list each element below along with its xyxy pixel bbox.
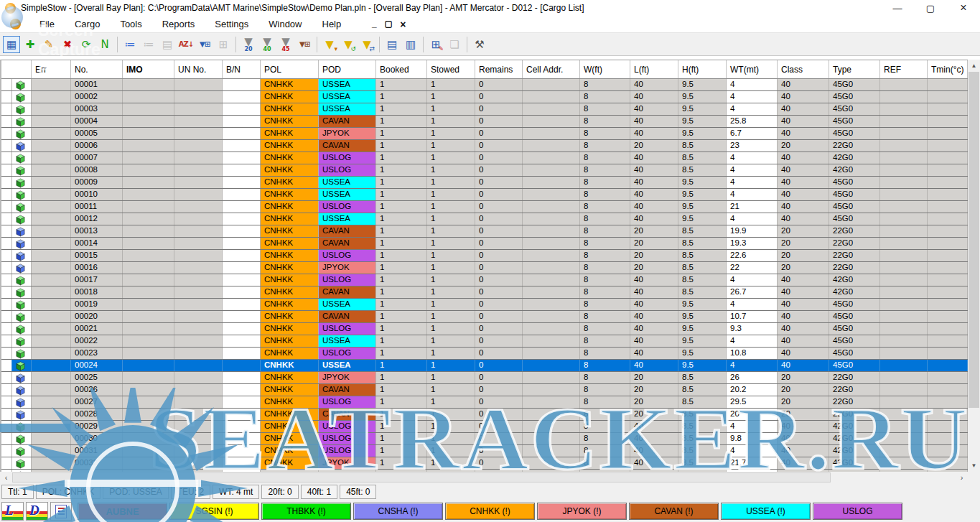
column-header-pol[interactable]: POL	[261, 60, 319, 78]
column-header-imo[interactable]: IMO	[123, 60, 174, 78]
add-cargo-button[interactable]: ✚	[22, 36, 39, 53]
column-header-w-ft-[interactable]: W(ft)	[580, 60, 630, 78]
table-row[interactable]: 00025CNHKKJPYOK1108208.5262022G0	[1, 372, 968, 384]
port-button-sgsin[interactable]: SGSIN (!)	[169, 503, 259, 520]
scroll-right-arrow[interactable]: ›	[956, 472, 968, 483]
port-button-thbkk[interactable]: THBKK (!)	[261, 503, 351, 520]
column-header-b-n[interactable]: B/N	[223, 60, 261, 78]
view-cargo-list-button[interactable]: ▦	[3, 36, 20, 53]
column-header-type[interactable]: Type	[829, 60, 880, 78]
discharge-view-button[interactable]: D	[26, 502, 48, 521]
loading-view-button[interactable]: L	[1, 502, 24, 521]
column-header-un-no-[interactable]: UN No.	[174, 60, 223, 78]
table-row[interactable]: 00011CNHKKUSLOG1108409.5214045G0	[1, 201, 968, 213]
filter-45ft-button[interactable]: ▼45	[277, 36, 294, 53]
filter-grid-button[interactable]: ▼⊞	[296, 36, 313, 53]
copy-button[interactable]: ▤	[383, 36, 401, 53]
table-row[interactable]: 00016CNHKKJPYOK1108208.5222022G0	[1, 262, 968, 274]
table-row[interactable]: 00017CNHKKUSLOG1108408.544042G0	[1, 274, 968, 286]
vertical-scrollbar[interactable]: ▲ ▼	[968, 60, 980, 472]
menu-item-cargo[interactable]: Cargo	[65, 17, 110, 32]
column-header-cell-addr-[interactable]: Cell Addr.	[523, 60, 580, 78]
notes-button[interactable]: N	[96, 36, 113, 53]
table-row[interactable]: 00021CNHKKUSLOG1108409.59.34045G0	[1, 323, 968, 335]
table-row[interactable]: 00012CNHKKUSSEA1108409.544045G0	[1, 213, 968, 225]
port-list-button[interactable]	[50, 502, 72, 521]
port-button-uslog[interactable]: USLOG	[813, 503, 902, 520]
port-button-jpyok[interactable]: JPYOK (!)	[537, 503, 627, 520]
scroll-left-arrow[interactable]: ‹	[0, 472, 12, 483]
column-header-remains[interactable]: Remains	[475, 60, 523, 78]
table-row[interactable]: 00009CNHKKUSSEA1108409.544045G0	[1, 177, 968, 189]
table-row[interactable]: 00001CNHKKUSSEA1108409.544045G0	[1, 79, 968, 91]
table-row[interactable]: 00006CNHKKCAVAN1108208.5232022G0	[1, 140, 968, 152]
table-row[interactable]: 00029CNHKKUSLOG1108408.544042G0	[1, 421, 968, 433]
port-button-cavan[interactable]: CAVAN (!)	[629, 503, 719, 520]
table-row[interactable]: 00032CNHKKJPYOK1108408.521.74042G0	[1, 457, 968, 470]
menu-item-reports[interactable]: Reports	[152, 17, 205, 32]
filter-recall-button[interactable]: ▼▾	[321, 36, 338, 53]
column-header-wt-mt-[interactable]: WT(mt)	[727, 60, 778, 78]
menu-item-settings[interactable]: Settings	[205, 17, 258, 32]
column-header-err[interactable]: Err	[32, 60, 71, 78]
column-header-h-ft-[interactable]: H(ft)	[678, 60, 727, 78]
table-row[interactable]: 00004CNHKKCAVAN1108409.525.84045G0	[1, 116, 968, 128]
port-button-ussea[interactable]: USSEA (!)	[721, 503, 811, 520]
column-header-stowed[interactable]: Stowed	[427, 60, 475, 78]
menu-item-tools[interactable]: Tools	[110, 17, 151, 32]
table-row[interactable]: 00008CNHKKUSLOG1108408.544042G0	[1, 164, 968, 177]
horizontal-scroll-thumb[interactable]	[12, 472, 831, 483]
restore-button[interactable]: ▢	[914, 0, 947, 16]
filter-table-button[interactable]: ▼⊞	[196, 36, 213, 53]
table-row[interactable]: 00010CNHKKUSSEA1108409.544045G0	[1, 189, 968, 201]
menu-item-window[interactable]: Window	[258, 17, 312, 32]
table-row[interactable]: 00026CNHKKCAVAN1108208.520.22022G0	[1, 384, 968, 396]
column-header-l-ft-[interactable]: L(ft)	[630, 60, 678, 78]
table-row[interactable]: 00024CNHKKUSSEA1108409.544045G0	[1, 360, 968, 372]
child-close-button[interactable]: ×	[396, 19, 410, 30]
scroll-down-arrow[interactable]: ▼	[968, 460, 980, 472]
column-header-class[interactable]: Class	[778, 60, 829, 78]
port-button-aubne[interactable]: AUBNE	[78, 503, 167, 520]
table-row[interactable]: 00007CNHKKUSLOG1108408.544042G0	[1, 152, 968, 164]
filter-40ft-button[interactable]: ▼40	[258, 36, 276, 53]
table-row[interactable]: 00022CNHKKUSSEA1108409.544045G0	[1, 335, 968, 348]
menu-item-file[interactable]: File	[29, 17, 65, 32]
table-row[interactable]: 00003CNHKKUSSEA1108409.544045G0	[1, 103, 968, 116]
refresh-button[interactable]: ⟳	[78, 36, 95, 53]
table-row[interactable]: 00019CNHKKUSSEA1108409.544045G0	[1, 299, 968, 311]
column-header-ref[interactable]: REF	[880, 60, 928, 78]
table-row[interactable]: 00031CNHKKUSLOG1108408.544042G0	[1, 445, 968, 457]
sort-az-button[interactable]: AZ↓	[177, 36, 195, 53]
column-header-tmin-c-[interactable]: Tmin(°c)	[928, 60, 968, 78]
filter-undo-button[interactable]: ▼↺	[340, 36, 357, 53]
port-button-cnhkk[interactable]: CNHKK (!)	[445, 503, 535, 520]
list-outline-button[interactable]: ≔	[121, 36, 139, 53]
child-restore-button[interactable]: ▢	[381, 19, 396, 30]
menu-item-help[interactable]: Help	[312, 17, 352, 32]
column-header-no-[interactable]: No.	[71, 60, 123, 78]
table-row[interactable]: 00013CNHKKCAVAN1108208.519.92022G0	[1, 225, 968, 238]
table-row[interactable]: 00030CNHKKUSLOG1108408.59.84042G0	[1, 433, 968, 445]
paste-button[interactable]: ▥	[402, 36, 419, 53]
table-row[interactable]: 00020CNHKKCAVAN1108409.510.74045G0	[1, 311, 968, 323]
minimize-button[interactable]: —	[881, 0, 914, 16]
child-minimize-button[interactable]: _	[367, 19, 381, 30]
edit-cargo-button[interactable]: ✎	[40, 36, 57, 53]
filter-20ft-button[interactable]: ▼20	[240, 36, 257, 53]
delete-cargo-button[interactable]: ✖	[59, 36, 76, 53]
table-row[interactable]: 00023CNHKKUSLOG1108409.510.84045G0	[1, 348, 968, 360]
filter-refresh-button[interactable]: ▼⇄	[358, 36, 375, 53]
column-header-booked[interactable]: Booked	[376, 60, 427, 78]
table-row[interactable]: 00018CNHKKCAVAN1108408.526.74042G0	[1, 286, 968, 299]
column-header-pod[interactable]: POD	[319, 60, 376, 78]
table-row[interactable]: 00027CNHKKUSLOG1108208.529.52022G0	[1, 396, 968, 409]
settings-tools-button[interactable]: ⚒	[471, 36, 488, 53]
table-row[interactable]: 00028CNHKKCAVAN1108208.5202022G0	[1, 409, 968, 421]
table-row[interactable]: 00014CNHKKCAVAN1108208.519.32022G0	[1, 238, 968, 250]
port-button-cnsha[interactable]: CNSHA (!)	[353, 503, 443, 520]
horizontal-scrollbar[interactable]: ‹ ›	[0, 472, 980, 483]
vertical-scroll-thumb[interactable]	[969, 72, 979, 408]
table-row[interactable]: 00015CNHKKUSLOG1108208.522.62022G0	[1, 250, 968, 262]
column-header-icon[interactable]	[1, 60, 32, 78]
